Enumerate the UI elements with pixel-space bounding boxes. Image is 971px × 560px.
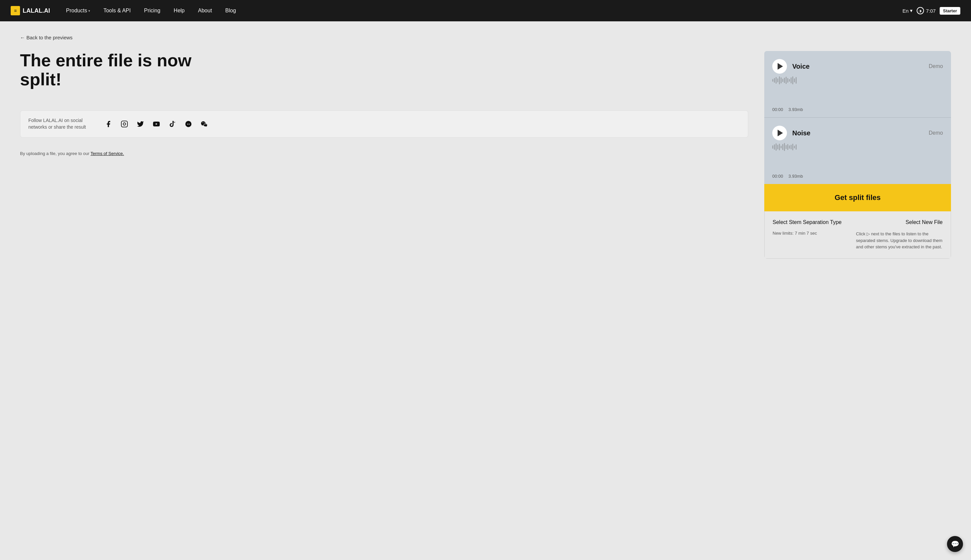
terms-text: By uploading a file, you agree to our Te… bbox=[20, 151, 748, 156]
back-link[interactable]: ← Back to the previews bbox=[20, 35, 951, 40]
nav-pricing[interactable]: Pricing bbox=[139, 5, 166, 16]
instagram-icon[interactable] bbox=[119, 119, 130, 129]
wechat-icon[interactable] bbox=[199, 119, 210, 129]
select-stem-link[interactable]: Select Stem Separation Type bbox=[772, 219, 842, 225]
noise-audio-card: Noise Demo bbox=[764, 118, 951, 184]
navigation: ≡ LALAL.AI Products ▾ Tools & API Pricin… bbox=[0, 0, 971, 21]
left-panel: The entire file is now split! Follow LAL… bbox=[20, 51, 748, 156]
page-title: The entire file is now split! bbox=[20, 51, 748, 89]
chat-icon: 💬 bbox=[951, 540, 959, 548]
chevron-down-icon: ▾ bbox=[88, 9, 90, 13]
youtube-icon[interactable] bbox=[151, 119, 162, 129]
main-content: ← Back to the previews The entire file i… bbox=[0, 21, 971, 560]
voice-size: 3.93mb bbox=[789, 107, 803, 112]
language-selector[interactable]: En ▾ bbox=[903, 8, 913, 14]
noise-time: 00:00 bbox=[772, 174, 783, 179]
right-panel: Voice Demo bbox=[764, 51, 951, 259]
reddit-icon[interactable] bbox=[183, 119, 194, 129]
nav-right: En ▾ ◑ 7:07 Starter bbox=[903, 7, 960, 15]
clock-icon: ◑ bbox=[917, 7, 924, 14]
voice-waveform bbox=[764, 74, 951, 87]
nav-links: Products ▾ Tools & API Pricing Help Abou… bbox=[61, 5, 903, 16]
noise-demo-label: Demo bbox=[929, 130, 943, 136]
noise-size: 3.93mb bbox=[789, 174, 803, 179]
social-icons bbox=[103, 119, 210, 129]
svg-rect-0 bbox=[122, 121, 127, 127]
tiktok-icon[interactable] bbox=[167, 119, 178, 129]
voice-track-label: Voice bbox=[792, 63, 923, 70]
terms-link[interactable]: Terms of Service. bbox=[91, 151, 124, 156]
plan-badge: Starter bbox=[940, 7, 960, 15]
bottom-card: Select Stem Separation Type Select New F… bbox=[764, 211, 951, 259]
noise-waveform bbox=[764, 140, 951, 154]
nav-products[interactable]: Products ▾ bbox=[61, 5, 95, 16]
timer-badge: ◑ 7:07 bbox=[917, 7, 936, 14]
select-new-file-link[interactable]: Select New File bbox=[906, 219, 943, 225]
social-share-box: Follow LALAL.AI on social networks or sh… bbox=[20, 110, 748, 137]
nav-about[interactable]: About bbox=[193, 5, 217, 16]
twitter-icon[interactable] bbox=[135, 119, 146, 129]
voice-demo-label: Demo bbox=[929, 63, 943, 69]
nav-help[interactable]: Help bbox=[169, 5, 190, 16]
play-icon bbox=[777, 130, 783, 136]
facebook-icon[interactable] bbox=[103, 119, 114, 129]
bottom-actions: Select Stem Separation Type Select New F… bbox=[772, 219, 943, 225]
logo-text: LALAL.AI bbox=[23, 7, 50, 14]
chevron-down-icon: ▾ bbox=[910, 8, 913, 14]
hint-text: Click ▷ next to the files to listen to t… bbox=[856, 231, 943, 250]
chat-bubble-button[interactable]: 💬 bbox=[947, 536, 963, 552]
bottom-info: New limits: 7 min 7 sec Click ▷ next to … bbox=[772, 231, 943, 250]
logo-link[interactable]: ≡ LALAL.AI bbox=[11, 6, 50, 15]
nav-blog[interactable]: Blog bbox=[220, 5, 242, 16]
svg-point-3 bbox=[185, 121, 192, 127]
get-split-files-button[interactable]: Get split files bbox=[764, 184, 951, 211]
social-share-text: Follow LALAL.AI on social networks or sh… bbox=[28, 117, 95, 130]
limits-text: New limits: 7 min 7 sec bbox=[772, 231, 817, 236]
content-layout: The entire file is now split! Follow LAL… bbox=[20, 51, 951, 259]
play-icon bbox=[777, 63, 783, 70]
voice-audio-card: Voice Demo bbox=[764, 51, 951, 117]
voice-time: 00:00 bbox=[772, 107, 783, 112]
noise-play-button[interactable] bbox=[772, 126, 787, 140]
nav-tools[interactable]: Tools & API bbox=[98, 5, 136, 16]
logo-icon: ≡ bbox=[11, 6, 20, 15]
voice-play-button[interactable] bbox=[772, 59, 787, 74]
noise-track-label: Noise bbox=[792, 129, 923, 137]
